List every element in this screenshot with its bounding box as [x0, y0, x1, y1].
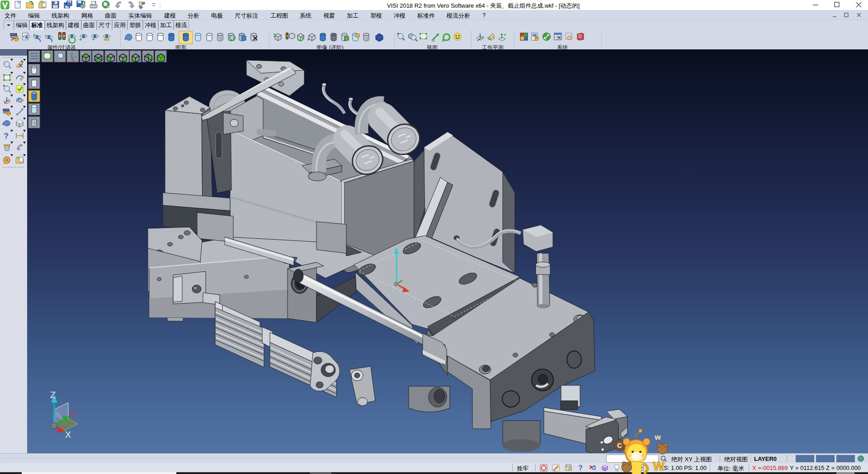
svg-text:Z: Z: [50, 390, 56, 400]
svg-text:_: _: [82, 37, 86, 42]
svg-text:X: X: [65, 430, 71, 440]
svg-text:W: W: [653, 460, 665, 473]
svg-text:Y: Y: [70, 410, 76, 420]
svg-text:+: +: [397, 32, 399, 36]
svg-text:+: +: [79, 37, 82, 42]
svg-text:?: ?: [4, 132, 9, 141]
svg-text:w: w: [654, 433, 661, 441]
svg-text:+: +: [307, 37, 310, 42]
svg-text:C: C: [617, 442, 622, 449]
svg-text:_: _: [310, 37, 313, 42]
svg-text:?: ?: [578, 464, 583, 472]
svg-text:+: +: [92, 36, 95, 43]
svg-text:-: -: [45, 32, 47, 38]
svg-text:+: +: [3, 84, 5, 88]
svg-text:+: +: [33, 33, 36, 38]
